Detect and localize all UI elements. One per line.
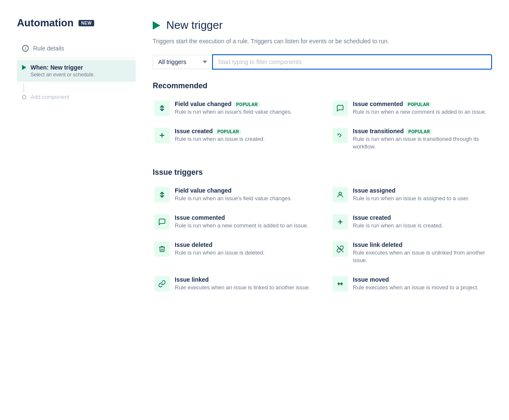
trigger-icon xyxy=(154,241,170,257)
main-content: New trigger Triggers start the execution… xyxy=(153,17,492,403)
play-icon xyxy=(22,65,26,70)
popular-badge: POPULAR xyxy=(406,102,431,107)
trigger-name: Issue transitioned xyxy=(353,128,404,134)
trigger-name: Issue assigned xyxy=(353,187,395,194)
trigger-info: Issue assignedRule is run when an issue … xyxy=(353,187,490,202)
trigger-name: Issue link deleted xyxy=(353,241,403,248)
page-header: New trigger xyxy=(153,19,492,32)
trigger-card[interactable]: Issue link deletedRule executes when an … xyxy=(331,240,492,266)
filter-bar: All triggers xyxy=(153,54,492,70)
trigger-icon xyxy=(333,241,348,257)
trigger-name: Field value changed xyxy=(175,101,232,107)
trigger-info: Issue createdRule is run when an issue i… xyxy=(353,214,490,230)
sidebar: Automation NEW i Rule details When: New … xyxy=(17,17,136,403)
trigger-card[interactable]: Issue linkedRule executes when an issue … xyxy=(153,274,314,293)
dropdown-label: All triggers xyxy=(158,59,199,65)
sidebar-add-component[interactable]: Add component xyxy=(17,92,136,102)
sidebar-divider xyxy=(17,58,136,58)
recommended-grid: Field value changedPOPULARRule is run wh… xyxy=(153,99,492,153)
trigger-icon xyxy=(333,187,348,202)
trigger-desc: Rule is run when an issue is deleted. xyxy=(175,249,312,257)
trigger-info: Issue commentedPOPULARRule is run when a… xyxy=(353,101,490,116)
popular-badge: POPULAR xyxy=(234,102,260,107)
app-title: Automation xyxy=(17,17,73,29)
popular-badge: POPULAR xyxy=(215,129,241,134)
trigger-card[interactable]: Issue commentedPOPULARRule is run when a… xyxy=(331,99,492,118)
trigger-icon xyxy=(333,101,348,116)
trigger-icon xyxy=(333,128,348,143)
trigger-icon xyxy=(154,276,170,291)
trigger-name: Issue created xyxy=(175,128,213,134)
sidebar-trigger-sublabel: Select an event or schedule. xyxy=(31,72,131,78)
trigger-icon xyxy=(154,101,170,116)
trigger-desc: Rule executes when an issue is moved to … xyxy=(353,284,490,291)
trigger-name: Issue commented xyxy=(353,101,403,107)
trigger-desc: Rule is run when an issue's field value … xyxy=(175,195,312,202)
trigger-card[interactable]: Issue assignedRule is run when an issue … xyxy=(331,185,492,204)
trigger-name: Issue created xyxy=(353,214,391,221)
trigger-info: Issue deletedRule is run when an issue i… xyxy=(175,241,312,257)
trigger-desc: Rule is run when an issue is transitione… xyxy=(353,135,490,151)
info-icon: i xyxy=(22,45,29,52)
sidebar-item-rule-details[interactable]: i Rule details xyxy=(17,41,136,56)
recommended-section-title: Recommended xyxy=(153,81,492,90)
trigger-info: Issue linkedRule executes when an issue … xyxy=(175,276,312,291)
trigger-name: Issue commented xyxy=(175,214,225,221)
trigger-info: Issue commentedRule is run when a new co… xyxy=(175,214,312,230)
trigger-type-dropdown[interactable]: All triggers xyxy=(153,55,212,69)
sidebar-trigger-label: When: New trigger xyxy=(31,64,83,71)
sidebar-header: Automation NEW xyxy=(17,17,136,29)
trigger-desc: Rule is run when an issue is created. xyxy=(353,222,490,230)
trigger-info: Issue link deletedRule executes when an … xyxy=(353,241,490,264)
popular-badge: POPULAR xyxy=(406,129,432,134)
trigger-icon xyxy=(154,214,170,230)
trigger-card[interactable]: Issue deletedRule is run when an issue i… xyxy=(153,240,314,266)
svg-point-4 xyxy=(339,192,341,195)
trigger-card[interactable]: Issue commentedRule is run when a new co… xyxy=(153,213,314,231)
new-badge: NEW xyxy=(78,20,94,26)
trigger-card[interactable]: Issue createdPOPULARRule is run when an … xyxy=(153,126,314,152)
trigger-icon xyxy=(333,276,348,291)
issue-triggers-grid: Field value changedRule is run when an i… xyxy=(153,185,492,294)
page-description: Triggers start the execution of a rule. … xyxy=(153,37,492,46)
trigger-card[interactable]: Issue movedRule executes when an issue i… xyxy=(331,274,492,293)
trigger-info: Issue transitionedPOPULARRule is run whe… xyxy=(353,128,490,151)
trigger-name: Issue moved xyxy=(353,276,389,283)
filter-input[interactable] xyxy=(212,54,492,70)
trigger-card[interactable]: Field value changedRule is run when an i… xyxy=(153,185,314,204)
trigger-icon xyxy=(333,214,348,230)
trigger-name: Issue deleted xyxy=(175,241,213,248)
trigger-card[interactable]: Field value changedPOPULARRule is run wh… xyxy=(153,99,314,118)
trigger-card[interactable]: Issue createdRule is run when an issue i… xyxy=(331,213,492,231)
trigger-desc: Rule is run when a new comment is added … xyxy=(175,222,312,230)
issue-triggers-section-title: Issue triggers xyxy=(153,168,492,177)
trigger-icon xyxy=(154,187,170,202)
sidebar-trigger-row: When: New trigger xyxy=(22,64,131,71)
trigger-desc: Rule is run when an issue is created. xyxy=(175,135,312,143)
connector-line xyxy=(23,84,24,92)
page-play-icon xyxy=(153,21,160,30)
trigger-card[interactable]: Issue transitionedPOPULARRule is run whe… xyxy=(331,126,492,152)
trigger-name: Issue linked xyxy=(175,276,209,283)
trigger-desc: Rule executes when an issue is linked to… xyxy=(175,284,312,291)
add-component-label: Add component xyxy=(31,94,69,100)
trigger-desc: Rule is run when an issue is assigned to… xyxy=(353,195,490,202)
trigger-desc: Rule is run when a new comment is added … xyxy=(353,108,490,116)
trigger-desc: Rule executes when an issue is unlinked … xyxy=(353,249,490,264)
page-title: New trigger xyxy=(166,19,223,32)
trigger-info: Field value changedRule is run when an i… xyxy=(175,187,312,202)
trigger-info: Field value changedPOPULARRule is run wh… xyxy=(175,101,312,116)
trigger-icon xyxy=(154,128,170,143)
trigger-info: Issue movedRule executes when an issue i… xyxy=(353,276,490,291)
trigger-desc: Rule is run when an issue's field value … xyxy=(175,108,312,116)
chevron-down-icon xyxy=(203,61,207,63)
rule-details-label: Rule details xyxy=(33,45,64,52)
sidebar-trigger-item[interactable]: When: New trigger Select an event or sch… xyxy=(17,60,136,82)
trigger-name: Field value changed xyxy=(175,187,232,194)
trigger-info: Issue createdPOPULARRule is run when an … xyxy=(175,128,312,143)
connector-dot xyxy=(22,95,26,99)
sidebar-nav: i Rule details When: New trigger Select … xyxy=(17,41,136,102)
